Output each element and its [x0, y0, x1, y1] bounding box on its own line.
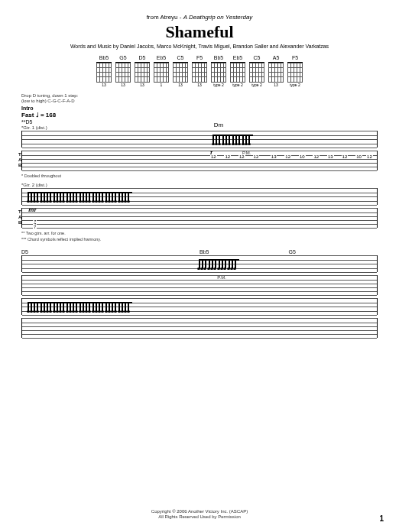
tablature: T A B 12 12 12 12 13 12 10 12 13 12 10 1…	[21, 151, 378, 170]
chord-label: A5	[273, 55, 280, 60]
chord-sub: 13	[274, 83, 278, 87]
chord-sub: 13	[140, 83, 144, 87]
instrument-label: *Gtr. 1 (dist.)	[21, 125, 378, 130]
tab-number: 12	[284, 154, 291, 159]
staff	[21, 298, 378, 315]
tab-number: 12	[253, 154, 260, 159]
section-label: Intro	[21, 105, 378, 111]
fretboard-icon	[192, 62, 207, 82]
tab-number: 12	[224, 154, 231, 159]
chord-diagram: C5 type 2	[249, 55, 264, 87]
chord-label: Bb5	[214, 55, 223, 60]
instrument-label: *Gtr. 2 (dist.)	[21, 183, 378, 187]
chord-symbol: D5	[21, 249, 200, 255]
chord-sub: type 2	[290, 83, 300, 87]
chord-diagram: Bb5 13	[96, 55, 112, 87]
starting-chord: **D5	[21, 119, 378, 125]
fretboard-icon	[96, 62, 112, 82]
staff: P.M.	[21, 255, 378, 272]
chord-sub: 13	[121, 83, 125, 87]
tab-number: 7	[33, 225, 37, 229]
chord-sub: 1	[161, 83, 163, 87]
chord-diagram-row: Bb5 13 G5 13 D5 13 Eb5 1 C5 13 F5 13	[21, 55, 378, 87]
tab-number: 12	[366, 154, 373, 159]
chord-symbol: Bb5	[200, 249, 289, 255]
notation-system: *Gtr. 1 (dist.) Dm f P.M. T A B 12 12 12…	[21, 125, 378, 242]
source-prefix: from Atreyu -	[147, 14, 183, 21]
chord-diagram: Eb5 1	[154, 55, 169, 87]
footnote: * Doubled throughout	[21, 174, 378, 178]
chord-diagram: F5 13	[192, 55, 207, 87]
tab-lines-icon	[21, 275, 378, 295]
copyright-line: Copyright © 2006 Another Victory Inc. (A…	[0, 509, 399, 514]
chord-label: D5	[139, 55, 146, 60]
chord-label: G5	[119, 55, 126, 60]
notation-system: D5 Bb5 G5 P.M.	[21, 249, 378, 338]
staff: mf	[21, 188, 378, 205]
tab-lines-icon: 12 12 12 12 13 12 10 12 13 12 10 12	[21, 151, 378, 170]
tuning-line: (low to high) C-G-C-F-A-D	[21, 99, 378, 104]
chord-label: Eb5	[233, 55, 242, 60]
chord-label: C5	[177, 55, 184, 60]
chord-diagram: C5 13	[173, 55, 188, 87]
fretboard-icon	[115, 62, 131, 82]
chord-label: F5	[196, 55, 203, 60]
composers: Words and Music by Daniel Jacobs, Marco …	[21, 44, 378, 49]
source-line: from Atreyu - A Deathgrip on Yesterday	[21, 14, 378, 21]
chord-sub: 13	[197, 83, 202, 87]
staff: Dm f P.M.	[21, 131, 378, 148]
chord-diagram: F5 type 2	[287, 55, 303, 87]
chord-sub: type 2	[213, 83, 224, 87]
note-beams-icon	[21, 188, 378, 205]
chord-label: Bb5	[99, 55, 109, 60]
tablature: T A B 7 7 7	[21, 208, 378, 228]
chord-label: Eb5	[157, 55, 166, 60]
tab-lines-icon: 7 7 7	[21, 208, 378, 228]
chord-sub: type 2	[251, 83, 262, 87]
fretboard-icon	[173, 62, 188, 82]
tab-number: 10	[299, 154, 306, 159]
chord-symbol: G5	[289, 249, 378, 255]
tab-number: 13	[271, 154, 277, 159]
footnote: ** Two gtrs. arr. for one.	[21, 231, 378, 235]
fretboard-icon	[211, 62, 226, 82]
note-beams-icon	[206, 131, 378, 148]
copyright-line: All Rights Reserved Used by Permission	[0, 514, 399, 520]
note-beams-icon	[193, 255, 378, 272]
chord-diagram: A5 13	[268, 55, 284, 87]
chord-row: D5 Bb5 G5	[21, 249, 378, 255]
chord-symbol: Dm	[214, 122, 223, 128]
chord-label: F5	[292, 55, 298, 60]
tempo-marking: Fast ♩ = 168	[21, 112, 378, 118]
tablature	[21, 275, 378, 295]
tab-number: 10	[355, 154, 362, 159]
chord-sub: 13	[178, 83, 183, 87]
tab-number: 12	[342, 154, 349, 159]
tablature	[21, 318, 378, 338]
fretboard-icon	[135, 62, 150, 82]
fretboard-icon	[154, 62, 169, 82]
chord-sub: 13	[102, 83, 106, 87]
copyright-footer: Copyright © 2006 Another Victory Inc. (A…	[0, 509, 399, 520]
song-title: Shameful	[21, 22, 378, 42]
footnote: *** Chord symbols reflect implied harmon…	[21, 237, 378, 242]
chord-diagram: Eb5 type 2	[230, 55, 245, 87]
chord-label: C5	[254, 55, 261, 60]
tuning-line: Drop D tuning, down 1 step:	[21, 93, 378, 99]
tuning-note: Drop D tuning, down 1 step: (low to high…	[21, 93, 378, 104]
tab-lines-icon	[21, 318, 378, 338]
fretboard-icon	[287, 62, 303, 82]
album-title: A Deathgrip on Yesterday	[183, 14, 253, 21]
fretboard-icon	[249, 62, 264, 82]
chord-diagram: Bb5 type 2	[211, 55, 226, 87]
chord-diagram: D5 13	[135, 55, 150, 87]
fretboard-icon	[230, 62, 245, 82]
tab-number: 12	[210, 154, 217, 159]
tab-number: 12	[313, 154, 320, 159]
note-beams-icon	[21, 298, 378, 315]
tab-number: 12	[238, 154, 245, 159]
tab-number: 13	[327, 154, 334, 159]
chord-diagram: G5 13	[115, 55, 131, 87]
fretboard-icon	[268, 62, 284, 82]
page-number: 1	[379, 514, 384, 523]
